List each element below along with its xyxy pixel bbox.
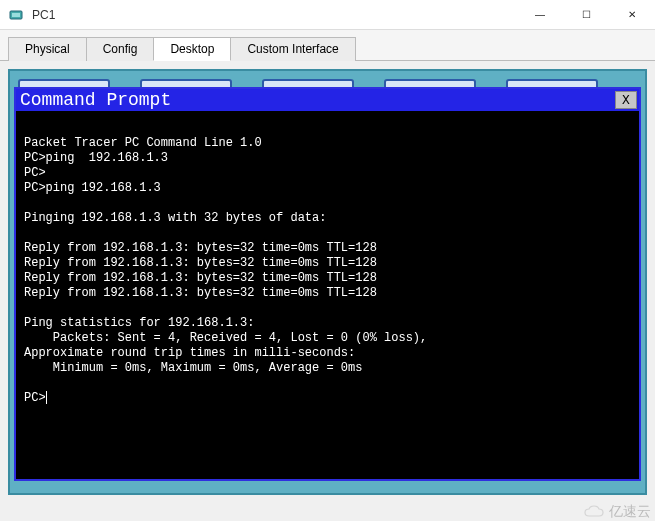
minimize-button[interactable]: —	[517, 0, 563, 29]
command-prompt-title: Command Prompt	[20, 90, 171, 110]
tab-desktop[interactable]: Desktop	[153, 37, 231, 61]
command-prompt-window: Command Prompt X Packet Tracer PC Comman…	[14, 87, 641, 481]
terminal-lines: Packet Tracer PC Command Line 1.0 PC>pin…	[24, 136, 427, 375]
tab-physical[interactable]: Physical	[8, 37, 87, 61]
terminal-output[interactable]: Packet Tracer PC Command Line 1.0 PC>pin…	[16, 111, 639, 479]
window-titlebar: PC1 — ☐ ✕	[0, 0, 655, 30]
cloud-icon	[583, 505, 605, 519]
desktop-area: Command Prompt X Packet Tracer PC Comman…	[8, 69, 647, 495]
terminal-prompt-line: PC>	[24, 391, 631, 406]
maximize-button[interactable]: ☐	[563, 0, 609, 29]
tab-bar: Physical Config Desktop Custom Interface	[0, 30, 655, 61]
svg-rect-1	[12, 13, 20, 17]
terminal-cursor	[46, 391, 47, 404]
app-icon	[6, 5, 26, 25]
watermark-text: 亿速云	[609, 503, 651, 521]
command-prompt-titlebar[interactable]: Command Prompt X	[16, 89, 639, 111]
window-controls: — ☐ ✕	[517, 0, 655, 29]
terminal-prompt: PC>	[24, 391, 46, 406]
window-title: PC1	[32, 8, 517, 22]
close-button[interactable]: ✕	[609, 0, 655, 29]
tab-config[interactable]: Config	[86, 37, 155, 61]
command-prompt-close-button[interactable]: X	[615, 91, 637, 109]
watermark: 亿速云	[583, 503, 651, 521]
tab-custom-interface[interactable]: Custom Interface	[230, 37, 355, 61]
